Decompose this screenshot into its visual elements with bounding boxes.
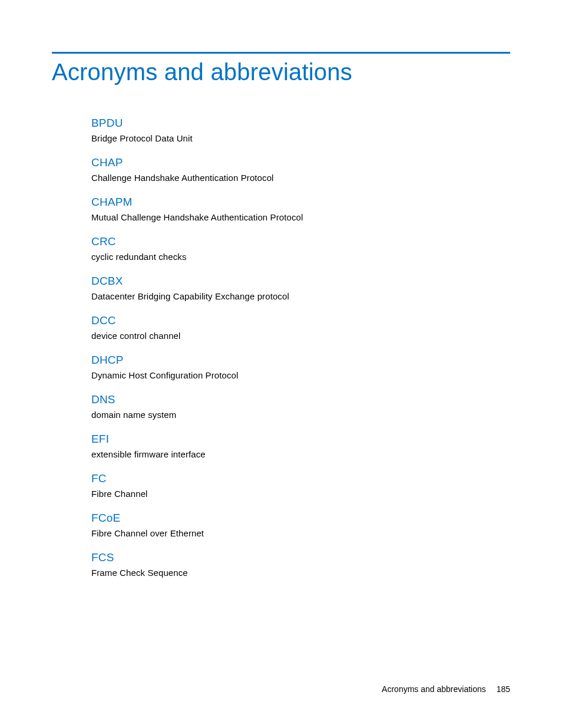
glossary-entry: BPDUBridge Protocol Data Unit (91, 117, 510, 143)
glossary-entry: DHCPDynamic Host Configuration Protocol (91, 354, 510, 380)
acronym-term: FCoE (91, 512, 510, 525)
acronym-term: CHAPM (91, 196, 510, 209)
acronym-definition: domain name system (91, 410, 510, 420)
glossary-entry: FCoEFibre Channel over Ethernet (91, 512, 510, 538)
entries-list: BPDUBridge Protocol Data UnitCHAPChallen… (91, 117, 510, 591)
acronym-term: DCC (91, 314, 510, 327)
acronym-definition: Challenge Handshake Authentication Proto… (91, 173, 510, 183)
page-title: Acronyms and abbreviations (52, 59, 352, 85)
glossary-entry: EFIextensible firmware interface (91, 433, 510, 459)
acronym-definition: Mutual Challenge Handshake Authenticatio… (91, 212, 510, 222)
document-page: Acronyms and abbreviations BPDUBridge Pr… (0, 0, 562, 728)
acronym-definition: extensible firmware interface (91, 449, 510, 459)
glossary-entry: DCBXDatacenter Bridging Capability Excha… (91, 275, 510, 301)
glossary-entry: FCFibre Channel (91, 472, 510, 499)
top-rule (52, 52, 510, 54)
acronym-term: BPDU (91, 117, 510, 130)
acronym-term: FC (91, 472, 510, 485)
acronym-term: DHCP (91, 354, 510, 367)
acronym-term: DNS (91, 393, 510, 406)
glossary-entry: FCSFrame Check Sequence (91, 551, 510, 578)
acronym-definition: cyclic redundant checks (91, 252, 510, 262)
glossary-entry: DNSdomain name system (91, 393, 510, 420)
acronym-definition: Datacenter Bridging Capability Exchange … (91, 291, 510, 301)
acronym-term: DCBX (91, 275, 510, 288)
glossary-entry: CHAPMMutual Challenge Handshake Authenti… (91, 196, 510, 222)
acronym-term: FCS (91, 551, 510, 564)
acronym-definition: device control channel (91, 331, 510, 341)
acronym-term: EFI (91, 433, 510, 446)
footer-section-label: Acronyms and abbreviations (382, 684, 486, 694)
acronym-definition: Bridge Protocol Data Unit (91, 133, 510, 143)
footer-page-number: 185 (497, 684, 510, 694)
acronym-term: CRC (91, 235, 510, 248)
acronym-term: CHAP (91, 156, 510, 169)
glossary-entry: CRCcyclic redundant checks (91, 235, 510, 262)
glossary-entry: CHAPChallenge Handshake Authentication P… (91, 156, 510, 183)
acronym-definition: Dynamic Host Configuration Protocol (91, 370, 510, 380)
page-footer: Acronyms and abbreviations 185 (382, 684, 510, 694)
acronym-definition: Fibre Channel over Ethernet (91, 528, 510, 538)
acronym-definition: Frame Check Sequence (91, 568, 510, 578)
glossary-entry: DCCdevice control channel (91, 314, 510, 341)
acronym-definition: Fibre Channel (91, 489, 510, 499)
